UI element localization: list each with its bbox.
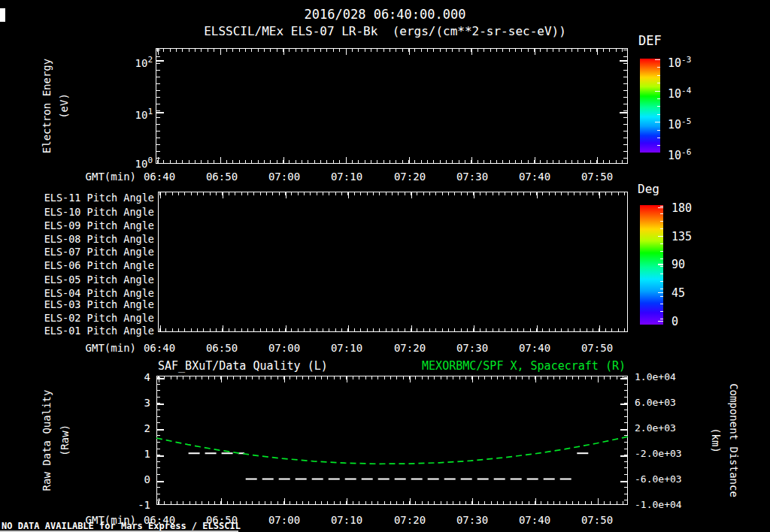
x-minor-ticks-top (159, 192, 626, 195)
quality-distance-plot (156, 376, 628, 505)
x-tick: 07:10 (320, 341, 373, 355)
x-tick: 07:20 (383, 513, 436, 527)
x-major-ticks-bottom (158, 157, 626, 163)
x-tick: 06:40 (133, 341, 186, 355)
def-colorbar-title: DEF (638, 34, 662, 47)
quality-ytick: 3 (113, 396, 150, 410)
x-minor-ticks-bottom (157, 160, 626, 163)
x-tick: 06:50 (196, 341, 248, 355)
pitch-row-label: ELS-06 Pitch Angle (23, 259, 154, 271)
quality-ytick: -1 (113, 498, 150, 512)
x-tick: 06:50 (196, 170, 248, 183)
y-major-tick (620, 112, 627, 113)
distance-ytick: 6.0e+03 (635, 396, 676, 410)
y-major-tick (620, 60, 627, 62)
pitch-row-label: ELS-05 Pitch Angle (23, 274, 154, 286)
quality-ytick: 0 (113, 473, 150, 486)
def-cb-tick-1e-3: 10-3 (668, 53, 691, 70)
distance-ytick: 1.0e+04 (635, 370, 676, 384)
distance-ytick: -6.0e+03 (635, 473, 682, 486)
quality-panel-title-right: MEXORBMC/SPF X, Spacecraft (R) (376, 359, 626, 373)
plot-window: 2016/028 06:40:00.000 ELSSCIL/MEx ELS-07… (0, 0, 770, 532)
y-log-minor-ticks-left (156, 50, 160, 162)
x-major-ticks-bottom (160, 325, 626, 331)
x-major-ticks-top (158, 49, 626, 55)
pitch-row-label: ELS-02 Pitch Angle (23, 312, 154, 324)
deg-colorbar (640, 205, 663, 325)
pitch-row-label: ELS-11 Pitch Angle (23, 192, 154, 204)
x-tick: 07:40 (508, 513, 561, 527)
deg-cb-tick-45: 45 (671, 286, 685, 300)
distance-ytick: -1.0e+04 (635, 498, 682, 512)
x-tick: 07:00 (258, 341, 311, 355)
def-colorbar-major-ticks (655, 59, 660, 153)
x-tick: 07:10 (320, 513, 373, 527)
def-colorbar (640, 59, 660, 153)
pitch-angle-panel (158, 192, 628, 332)
quality-ytick: 4 (113, 370, 150, 384)
x-tick: 07:40 (508, 170, 561, 183)
x-tick: 07:30 (446, 170, 499, 183)
x-tick: 07:10 (320, 170, 373, 183)
def-cb-tick-1e-4: 10-4 (668, 84, 691, 101)
pitch-row-label: ELS-07 Pitch Angle (23, 246, 154, 258)
pitch-row-label: ELS-08 Pitch Angle (23, 233, 154, 245)
distance-y-axis-units: (km) (709, 328, 723, 532)
quality-ytick: 2 (113, 422, 150, 435)
energy-spectrogram-panel (156, 48, 628, 164)
deg-cb-tick-0: 0 (671, 315, 678, 328)
x-tick: 07:50 (571, 170, 623, 183)
energy-ytick-1e2: 102 (105, 53, 153, 70)
energy-y-axis-title: Electron Energy (40, 0, 53, 219)
x-minor-ticks-top (157, 49, 626, 52)
y-major-tick (156, 60, 164, 62)
deg-colorbar-gradient (640, 205, 663, 325)
def-cb-tick-1e-6: 10-6 (668, 146, 691, 162)
deg-cb-tick-180: 180 (671, 201, 692, 215)
distance-ytick: -2.0e+03 (635, 447, 682, 461)
x-axis-label: GMT(min) (71, 170, 136, 183)
page-title-date: 2016/028 06:40:00.000 (0, 7, 770, 22)
pitch-row-label: ELS-04 Pitch Angle (23, 287, 154, 299)
x-tick: 07:20 (383, 341, 436, 355)
x-tick: 07:20 (383, 170, 436, 183)
x-major-ticks-top (160, 192, 626, 198)
deg-colorbar-title: Deg (638, 183, 659, 196)
def-cb-tick-1e-5: 10-5 (668, 115, 691, 131)
x-tick: 07:50 (571, 341, 623, 355)
x-minor-ticks-bottom (159, 328, 626, 331)
y-log-minor-ticks-right (623, 50, 627, 162)
x-tick: 06:40 (133, 170, 186, 183)
x-tick: 07:40 (508, 341, 561, 355)
quality-ytick: 1 (113, 447, 150, 461)
pitch-row-label: ELS-03 Pitch Angle (23, 298, 154, 310)
x-tick: 07:30 (446, 513, 499, 527)
energy-ytick-1e1: 101 (105, 105, 153, 122)
quality-y-axis-units: (Raw) (58, 328, 71, 532)
pitch-row-label: ELS-09 Pitch Angle (23, 219, 154, 231)
energy-ytick-1e0: 100 (105, 154, 153, 171)
y-major-tick (156, 112, 164, 113)
deg-cb-tick-90: 90 (671, 258, 685, 271)
pitch-row-label: ELS-10 Pitch Angle (23, 206, 154, 218)
distance-y-axis-title: Component Distance (727, 328, 741, 532)
x-tick: 07:30 (446, 341, 499, 355)
energy-y-axis-units: (eV) (57, 0, 71, 219)
deg-cb-tick-135: 135 (671, 230, 692, 243)
x-tick: 07:50 (571, 513, 623, 527)
x-tick: 07:00 (258, 170, 311, 183)
quality-panel-title-left: SAF_BXuT/Data Quality (L) (158, 359, 328, 373)
x-axis-label: GMT(min) (71, 341, 136, 355)
x-tick: 07:00 (258, 513, 311, 527)
quality-y-axis-title: Raw Data Quality (40, 328, 53, 532)
distance-ytick: 2.0e+03 (635, 422, 676, 435)
